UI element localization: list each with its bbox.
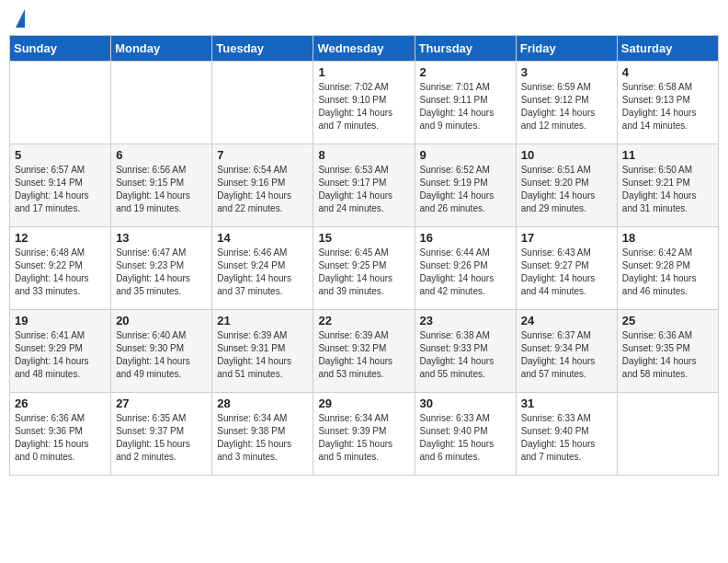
day-number: 15 (318, 231, 409, 245)
calendar-day-cell: 22Sunrise: 6:39 AM Sunset: 9:32 PM Dayli… (313, 310, 415, 393)
calendar-body: 1Sunrise: 7:02 AM Sunset: 9:10 PM Daylig… (10, 62, 719, 476)
calendar-day-cell: 2Sunrise: 7:01 AM Sunset: 9:11 PM Daylig… (415, 62, 516, 144)
day-number: 11 (622, 148, 713, 162)
calendar-day-cell: 7Sunrise: 6:54 AM Sunset: 9:16 PM Daylig… (212, 144, 313, 227)
day-info: Sunrise: 6:46 AM Sunset: 9:24 PM Dayligh… (217, 247, 308, 298)
day-info: Sunrise: 6:47 AM Sunset: 9:23 PM Dayligh… (116, 247, 207, 298)
logo (13, 9, 25, 28)
day-info: Sunrise: 6:45 AM Sunset: 9:25 PM Dayligh… (318, 247, 409, 298)
day-number: 28 (217, 396, 308, 410)
day-info: Sunrise: 6:34 AM Sunset: 9:39 PM Dayligh… (318, 412, 409, 464)
day-info: Sunrise: 6:33 AM Sunset: 9:40 PM Dayligh… (521, 412, 612, 464)
calendar-day-cell (111, 62, 212, 144)
calendar-week-row: 12Sunrise: 6:48 AM Sunset: 9:22 PM Dayli… (10, 227, 719, 310)
calendar-day-cell: 19Sunrise: 6:41 AM Sunset: 9:29 PM Dayli… (10, 310, 111, 393)
calendar-day-cell: 31Sunrise: 6:33 AM Sunset: 9:40 PM Dayli… (516, 393, 617, 476)
day-number: 19 (15, 314, 106, 327)
day-info: Sunrise: 6:50 AM Sunset: 9:21 PM Dayligh… (622, 164, 713, 215)
calendar-day-cell: 9Sunrise: 6:52 AM Sunset: 9:19 PM Daylig… (415, 144, 516, 227)
day-number: 21 (217, 314, 308, 327)
day-info: Sunrise: 6:57 AM Sunset: 9:14 PM Dayligh… (15, 164, 106, 215)
day-info: Sunrise: 6:39 AM Sunset: 9:31 PM Dayligh… (217, 329, 308, 381)
day-info: Sunrise: 6:58 AM Sunset: 9:13 PM Dayligh… (622, 81, 713, 132)
day-number: 25 (622, 314, 713, 327)
calendar-day-cell: 27Sunrise: 6:35 AM Sunset: 9:37 PM Dayli… (111, 393, 212, 476)
day-number: 31 (521, 396, 612, 410)
day-info: Sunrise: 6:43 AM Sunset: 9:27 PM Dayligh… (521, 247, 612, 298)
weekday-header-monday: Monday (111, 36, 212, 62)
day-info: Sunrise: 6:42 AM Sunset: 9:28 PM Dayligh… (622, 247, 713, 298)
day-number: 10 (521, 148, 612, 162)
page-header (9, 9, 719, 28)
calendar-day-cell: 28Sunrise: 6:34 AM Sunset: 9:38 PM Dayli… (212, 393, 313, 476)
day-number: 13 (116, 231, 207, 245)
calendar-day-cell: 3Sunrise: 6:59 AM Sunset: 9:12 PM Daylig… (516, 62, 617, 144)
calendar-table: SundayMondayTuesdayWednesdayThursdayFrid… (9, 35, 719, 476)
calendar-day-cell (10, 62, 111, 144)
day-info: Sunrise: 6:51 AM Sunset: 9:20 PM Dayligh… (521, 164, 612, 215)
day-info: Sunrise: 6:36 AM Sunset: 9:35 PM Dayligh… (622, 329, 713, 381)
calendar-header-row: SundayMondayTuesdayWednesdayThursdayFrid… (10, 36, 719, 62)
day-number: 14 (217, 231, 308, 245)
day-info: Sunrise: 6:44 AM Sunset: 9:26 PM Dayligh… (420, 247, 511, 298)
calendar-day-cell: 12Sunrise: 6:48 AM Sunset: 9:22 PM Dayli… (10, 227, 111, 310)
calendar-day-cell (617, 393, 718, 476)
calendar-day-cell: 18Sunrise: 6:42 AM Sunset: 9:28 PM Dayli… (617, 227, 718, 310)
day-number: 24 (521, 314, 612, 327)
day-info: Sunrise: 6:37 AM Sunset: 9:34 PM Dayligh… (521, 329, 612, 381)
day-info: Sunrise: 7:02 AM Sunset: 9:10 PM Dayligh… (318, 81, 409, 132)
weekday-header-friday: Friday (516, 36, 617, 62)
calendar-day-cell: 4Sunrise: 6:58 AM Sunset: 9:13 PM Daylig… (617, 62, 718, 144)
calendar-day-cell: 30Sunrise: 6:33 AM Sunset: 9:40 PM Dayli… (415, 393, 516, 476)
day-number: 29 (318, 396, 409, 410)
day-info: Sunrise: 6:48 AM Sunset: 9:22 PM Dayligh… (15, 247, 106, 298)
calendar-day-cell: 15Sunrise: 6:45 AM Sunset: 9:25 PM Dayli… (313, 227, 415, 310)
calendar-day-cell: 13Sunrise: 6:47 AM Sunset: 9:23 PM Dayli… (111, 227, 212, 310)
day-number: 16 (420, 231, 511, 245)
calendar-day-cell: 25Sunrise: 6:36 AM Sunset: 9:35 PM Dayli… (617, 310, 718, 393)
day-number: 22 (318, 314, 409, 327)
day-number: 1 (318, 65, 409, 79)
day-number: 20 (116, 314, 207, 327)
day-number: 8 (318, 148, 409, 162)
calendar-day-cell: 24Sunrise: 6:37 AM Sunset: 9:34 PM Dayli… (516, 310, 617, 393)
day-number: 7 (217, 148, 308, 162)
day-number: 3 (521, 65, 612, 79)
weekday-header-saturday: Saturday (617, 36, 718, 62)
calendar-day-cell: 26Sunrise: 6:36 AM Sunset: 9:36 PM Dayli… (10, 393, 111, 476)
weekday-header-sunday: Sunday (10, 36, 111, 62)
day-number: 18 (622, 231, 713, 245)
calendar-day-cell: 17Sunrise: 6:43 AM Sunset: 9:27 PM Dayli… (516, 227, 617, 310)
day-number: 4 (622, 65, 713, 79)
calendar-day-cell: 14Sunrise: 6:46 AM Sunset: 9:24 PM Dayli… (212, 227, 313, 310)
day-info: Sunrise: 6:41 AM Sunset: 9:29 PM Dayligh… (15, 329, 106, 381)
day-number: 17 (521, 231, 612, 245)
calendar-week-row: 5Sunrise: 6:57 AM Sunset: 9:14 PM Daylig… (10, 144, 719, 227)
calendar-day-cell: 20Sunrise: 6:40 AM Sunset: 9:30 PM Dayli… (111, 310, 212, 393)
day-info: Sunrise: 6:40 AM Sunset: 9:30 PM Dayligh… (116, 329, 207, 381)
day-info: Sunrise: 7:01 AM Sunset: 9:11 PM Dayligh… (420, 81, 511, 132)
calendar-day-cell: 8Sunrise: 6:53 AM Sunset: 9:17 PM Daylig… (313, 144, 415, 227)
calendar-day-cell: 16Sunrise: 6:44 AM Sunset: 9:26 PM Dayli… (415, 227, 516, 310)
day-info: Sunrise: 6:35 AM Sunset: 9:37 PM Dayligh… (116, 412, 207, 464)
day-number: 6 (116, 148, 207, 162)
calendar-week-row: 19Sunrise: 6:41 AM Sunset: 9:29 PM Dayli… (10, 310, 719, 393)
day-info: Sunrise: 6:59 AM Sunset: 9:12 PM Dayligh… (521, 81, 612, 132)
day-info: Sunrise: 6:56 AM Sunset: 9:15 PM Dayligh… (116, 164, 207, 215)
calendar-day-cell: 11Sunrise: 6:50 AM Sunset: 9:21 PM Dayli… (617, 144, 718, 227)
calendar-week-row: 1Sunrise: 7:02 AM Sunset: 9:10 PM Daylig… (10, 62, 719, 144)
day-info: Sunrise: 6:54 AM Sunset: 9:16 PM Dayligh… (217, 164, 308, 215)
day-info: Sunrise: 6:33 AM Sunset: 9:40 PM Dayligh… (420, 412, 511, 464)
calendar-day-cell (212, 62, 313, 144)
day-number: 5 (15, 148, 106, 162)
day-number: 23 (420, 314, 511, 327)
day-number: 26 (15, 396, 106, 410)
calendar-day-cell: 6Sunrise: 6:56 AM Sunset: 9:15 PM Daylig… (111, 144, 212, 227)
day-number: 2 (420, 65, 511, 79)
calendar-day-cell: 10Sunrise: 6:51 AM Sunset: 9:20 PM Dayli… (516, 144, 617, 227)
calendar-week-row: 26Sunrise: 6:36 AM Sunset: 9:36 PM Dayli… (10, 393, 719, 476)
calendar-day-cell: 23Sunrise: 6:38 AM Sunset: 9:33 PM Dayli… (415, 310, 516, 393)
day-number: 12 (15, 231, 106, 245)
day-number: 9 (420, 148, 511, 162)
logo-triangle-icon (16, 9, 25, 28)
